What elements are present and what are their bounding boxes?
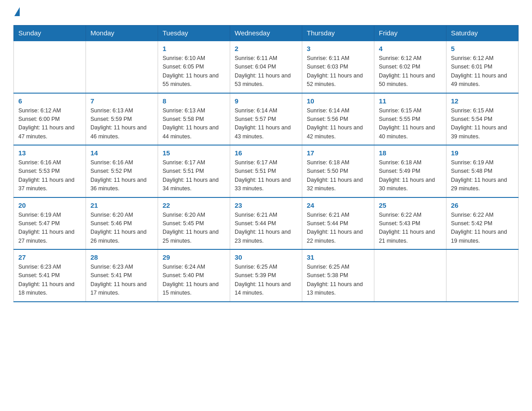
calendar-cell: 2Sunrise: 6:11 AMSunset: 6:04 PMDaylight… [230, 41, 302, 93]
day-info: Sunrise: 6:25 AMSunset: 5:39 PMDaylight:… [235, 263, 297, 298]
day-info: Sunrise: 6:15 AMSunset: 5:55 PMDaylight:… [379, 107, 442, 141]
calendar-week-row: 1Sunrise: 6:10 AMSunset: 6:05 PMDaylight… [14, 41, 519, 93]
calendar-cell: 5Sunrise: 6:12 AMSunset: 6:01 PMDaylight… [446, 41, 519, 93]
calendar-cell: 22Sunrise: 6:20 AMSunset: 5:45 PMDayligh… [158, 197, 230, 250]
day-number: 28 [90, 253, 153, 261]
calendar-cell: 19Sunrise: 6:19 AMSunset: 5:48 PMDayligh… [446, 145, 519, 197]
day-number: 6 [18, 97, 81, 105]
calendar-cell: 9Sunrise: 6:14 AMSunset: 5:57 PMDaylight… [230, 93, 302, 146]
weekday-header-tuesday: Tuesday [158, 26, 230, 41]
calendar-cell: 18Sunrise: 6:18 AMSunset: 5:49 PMDayligh… [374, 145, 446, 197]
day-info: Sunrise: 6:14 AMSunset: 5:56 PMDaylight:… [307, 107, 369, 141]
logo-triangle-icon [14, 7, 20, 16]
day-number: 5 [451, 45, 514, 52]
calendar-cell [86, 41, 158, 93]
day-number: 18 [379, 149, 442, 157]
day-number: 14 [90, 149, 153, 157]
calendar-week-row: 6Sunrise: 6:12 AMSunset: 6:00 PMDaylight… [14, 93, 519, 146]
day-number: 9 [235, 97, 297, 105]
calendar-cell [14, 41, 86, 93]
day-info: Sunrise: 6:20 AMSunset: 5:46 PMDaylight:… [90, 211, 153, 246]
calendar-table: SundayMondayTuesdayWednesdayThursdayFrid… [13, 25, 519, 302]
day-info: Sunrise: 6:14 AMSunset: 5:57 PMDaylight:… [235, 107, 297, 141]
page-header [13, 9, 519, 16]
calendar-cell: 13Sunrise: 6:16 AMSunset: 5:53 PMDayligh… [14, 145, 86, 197]
day-number: 10 [307, 97, 369, 105]
calendar-cell: 3Sunrise: 6:11 AMSunset: 6:03 PMDaylight… [302, 41, 374, 93]
calendar-cell: 17Sunrise: 6:18 AMSunset: 5:50 PMDayligh… [302, 145, 374, 197]
calendar-cell: 16Sunrise: 6:17 AMSunset: 5:51 PMDayligh… [230, 145, 302, 197]
calendar-cell: 24Sunrise: 6:21 AMSunset: 5:44 PMDayligh… [302, 197, 374, 250]
day-info: Sunrise: 6:15 AMSunset: 5:54 PMDaylight:… [451, 107, 514, 141]
logo [13, 9, 20, 16]
day-info: Sunrise: 6:11 AMSunset: 6:04 PMDaylight:… [235, 54, 297, 89]
day-info: Sunrise: 6:25 AMSunset: 5:38 PMDaylight:… [307, 263, 369, 298]
day-info: Sunrise: 6:13 AMSunset: 5:59 PMDaylight:… [90, 107, 153, 141]
day-info: Sunrise: 6:16 AMSunset: 5:52 PMDaylight:… [90, 158, 153, 193]
day-number: 11 [379, 97, 442, 105]
day-info: Sunrise: 6:12 AMSunset: 6:02 PMDaylight:… [379, 54, 442, 89]
day-number: 20 [18, 201, 81, 209]
day-info: Sunrise: 6:12 AMSunset: 6:00 PMDaylight:… [18, 107, 81, 141]
day-info: Sunrise: 6:16 AMSunset: 5:53 PMDaylight:… [18, 158, 81, 193]
day-number: 17 [307, 149, 369, 157]
calendar-week-row: 27Sunrise: 6:23 AMSunset: 5:41 PMDayligh… [14, 249, 519, 302]
calendar-cell: 1Sunrise: 6:10 AMSunset: 6:05 PMDaylight… [158, 41, 230, 93]
day-number: 15 [163, 149, 225, 157]
weekday-header-friday: Friday [374, 26, 446, 41]
day-number: 2 [235, 45, 297, 52]
day-info: Sunrise: 6:23 AMSunset: 5:41 PMDaylight:… [18, 263, 81, 298]
day-info: Sunrise: 6:12 AMSunset: 6:01 PMDaylight:… [451, 54, 514, 89]
day-info: Sunrise: 6:21 AMSunset: 5:44 PMDaylight:… [307, 211, 369, 246]
calendar-cell: 21Sunrise: 6:20 AMSunset: 5:46 PMDayligh… [86, 197, 158, 250]
day-number: 31 [307, 253, 369, 261]
day-number: 19 [451, 149, 514, 157]
day-info: Sunrise: 6:17 AMSunset: 5:51 PMDaylight:… [235, 158, 297, 193]
weekday-header-thursday: Thursday [302, 26, 374, 41]
calendar-week-row: 13Sunrise: 6:16 AMSunset: 5:53 PMDayligh… [14, 145, 519, 197]
day-info: Sunrise: 6:18 AMSunset: 5:49 PMDaylight:… [379, 158, 442, 193]
day-number: 1 [163, 45, 225, 52]
day-info: Sunrise: 6:10 AMSunset: 6:05 PMDaylight:… [163, 54, 225, 89]
calendar-cell: 10Sunrise: 6:14 AMSunset: 5:56 PMDayligh… [302, 93, 374, 146]
day-number: 21 [90, 201, 153, 209]
calendar-header-row: SundayMondayTuesdayWednesdayThursdayFrid… [14, 26, 519, 41]
day-info: Sunrise: 6:13 AMSunset: 5:58 PMDaylight:… [163, 107, 225, 141]
day-info: Sunrise: 6:11 AMSunset: 6:03 PMDaylight:… [307, 54, 369, 89]
day-number: 22 [163, 201, 225, 209]
day-info: Sunrise: 6:23 AMSunset: 5:41 PMDaylight:… [90, 263, 153, 298]
calendar-cell: 4Sunrise: 6:12 AMSunset: 6:02 PMDaylight… [374, 41, 446, 93]
calendar-cell: 7Sunrise: 6:13 AMSunset: 5:59 PMDaylight… [86, 93, 158, 146]
calendar-cell: 28Sunrise: 6:23 AMSunset: 5:41 PMDayligh… [86, 249, 158, 302]
calendar-cell [446, 249, 519, 302]
day-number: 12 [451, 97, 514, 105]
day-number: 7 [90, 97, 153, 105]
day-info: Sunrise: 6:22 AMSunset: 5:42 PMDaylight:… [451, 211, 514, 246]
day-number: 3 [307, 45, 369, 52]
calendar-cell: 25Sunrise: 6:22 AMSunset: 5:43 PMDayligh… [374, 197, 446, 250]
calendar-cell: 15Sunrise: 6:17 AMSunset: 5:51 PMDayligh… [158, 145, 230, 197]
day-info: Sunrise: 6:24 AMSunset: 5:40 PMDaylight:… [163, 263, 225, 298]
calendar-cell [374, 249, 446, 302]
day-info: Sunrise: 6:18 AMSunset: 5:50 PMDaylight:… [307, 158, 369, 193]
calendar-cell: 14Sunrise: 6:16 AMSunset: 5:52 PMDayligh… [86, 145, 158, 197]
day-number: 23 [235, 201, 297, 209]
day-number: 24 [307, 201, 369, 209]
calendar-cell: 20Sunrise: 6:19 AMSunset: 5:47 PMDayligh… [14, 197, 86, 250]
day-number: 16 [235, 149, 297, 157]
day-number: 8 [163, 97, 225, 105]
day-number: 26 [451, 201, 514, 209]
calendar-cell: 8Sunrise: 6:13 AMSunset: 5:58 PMDaylight… [158, 93, 230, 146]
day-number: 4 [379, 45, 442, 52]
day-number: 30 [235, 253, 297, 261]
weekday-header-saturday: Saturday [446, 26, 519, 41]
day-info: Sunrise: 6:19 AMSunset: 5:47 PMDaylight:… [18, 211, 81, 246]
day-number: 27 [18, 253, 81, 261]
calendar-cell: 23Sunrise: 6:21 AMSunset: 5:44 PMDayligh… [230, 197, 302, 250]
calendar-cell: 11Sunrise: 6:15 AMSunset: 5:55 PMDayligh… [374, 93, 446, 146]
day-info: Sunrise: 6:17 AMSunset: 5:51 PMDaylight:… [163, 158, 225, 193]
day-info: Sunrise: 6:21 AMSunset: 5:44 PMDaylight:… [235, 211, 297, 246]
day-number: 25 [379, 201, 442, 209]
calendar-week-row: 20Sunrise: 6:19 AMSunset: 5:47 PMDayligh… [14, 197, 519, 250]
weekday-header-monday: Monday [86, 26, 158, 41]
